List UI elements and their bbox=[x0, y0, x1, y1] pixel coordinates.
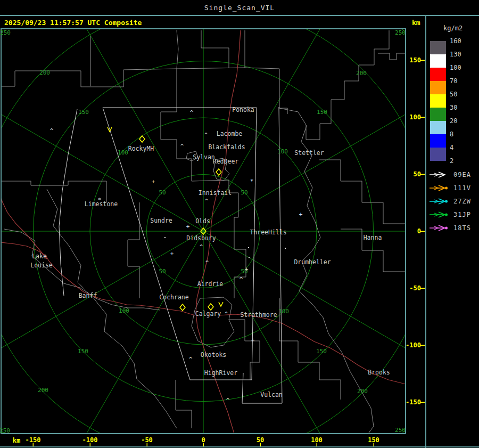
ring-distance-label: 200 bbox=[356, 70, 367, 76]
site-arrow-tip bbox=[445, 227, 448, 230]
town-caret-marker: ^ bbox=[189, 356, 193, 362]
right-axis-tick-label: -50 bbox=[409, 285, 421, 291]
county-boundary bbox=[161, 69, 192, 181]
town-caret-marker: ^ bbox=[200, 244, 203, 250]
right-axis-tick-label: -100 bbox=[406, 342, 421, 348]
town-label: Blackfalds bbox=[208, 144, 245, 151]
county-boundary bbox=[201, 30, 229, 68]
town-label: RockyMH bbox=[128, 146, 154, 152]
radial-line bbox=[44, 231, 203, 448]
legend-units-label: kg/m2 bbox=[443, 25, 463, 32]
radar-site-id-label: 09EA bbox=[453, 171, 471, 178]
radar-map-canvas bbox=[0, 0, 479, 448]
highway-line bbox=[1, 197, 47, 259]
town-label: Brooks bbox=[368, 370, 390, 376]
ring-distance-label: 100 bbox=[119, 308, 129, 314]
town-label: Lake bbox=[32, 254, 47, 260]
ring-distance-label: 250 bbox=[0, 30, 11, 36]
ring-distance-label: 100 bbox=[118, 150, 128, 156]
ring-distance-label: 250 bbox=[395, 427, 406, 433]
right-axis-tick-label: 150 bbox=[409, 57, 421, 63]
vil-scale-color-block bbox=[430, 68, 446, 81]
town-label: Drumheller bbox=[294, 259, 331, 266]
town-label: Okotoks bbox=[201, 352, 226, 359]
county-boundary bbox=[1, 30, 178, 87]
county-boundary bbox=[319, 160, 406, 224]
town-label: Calgary bbox=[195, 311, 221, 317]
town-dot-marker bbox=[285, 248, 286, 249]
radar-site-id-label: 31JP bbox=[453, 211, 471, 218]
town-plus-marker: + bbox=[251, 337, 255, 343]
ring-distance-label: 150 bbox=[78, 109, 89, 115]
town-plus-marker: + bbox=[245, 266, 249, 272]
vil-scale-color-block bbox=[430, 134, 446, 148]
vil-scale-value-label: 20 bbox=[450, 117, 457, 125]
site-arrow-tip bbox=[445, 214, 448, 216]
vil-scale-value-label: 70 bbox=[450, 77, 457, 85]
range-ring bbox=[0, 0, 479, 448]
ring-distance-label: 50 bbox=[241, 190, 247, 196]
radar-site-diamond-icon bbox=[201, 228, 206, 234]
vil-scale-value-label: 100 bbox=[450, 64, 461, 71]
town-caret-marker: ^ bbox=[190, 110, 194, 116]
town-dot-marker bbox=[248, 247, 249, 248]
town-dot-marker bbox=[164, 237, 166, 238]
town-label: Sundre bbox=[150, 218, 172, 224]
town-plus-marker: + bbox=[170, 251, 174, 257]
town-label: ThreeHills bbox=[250, 230, 286, 236]
radar-site-diamond-icon bbox=[216, 169, 221, 175]
radar-site-diamond-icon bbox=[208, 304, 213, 310]
ring-distance-label: 250 bbox=[395, 30, 406, 36]
vil-scale-value-label: 160 bbox=[450, 37, 461, 45]
radar-site-id-label: 111V bbox=[453, 184, 471, 192]
town-dot-marker bbox=[249, 257, 250, 258]
bottom-axis-tick-label: 100 bbox=[311, 437, 323, 443]
vil-scale-value-label: 4 bbox=[450, 144, 453, 151]
site-arrow-tip bbox=[445, 200, 448, 203]
town-label: Innisfail bbox=[199, 190, 232, 197]
vil-scale-value-label: 130 bbox=[450, 51, 461, 58]
right-axis-tick-label: -150 bbox=[406, 399, 421, 405]
town-label: Ponoka bbox=[232, 107, 254, 113]
town-label: Louise bbox=[30, 263, 53, 269]
town-caret-marker: ^ bbox=[180, 143, 184, 149]
bottom-axis-tick-label: -150 bbox=[26, 437, 41, 443]
bottom-axis-tick-label: 50 bbox=[257, 437, 264, 443]
ring-distance-label: 150 bbox=[78, 348, 88, 354]
right-axis-tick-label: 100 bbox=[409, 114, 421, 120]
radar-site-diamond-icon bbox=[180, 304, 185, 311]
site-arrow-tip bbox=[445, 187, 448, 190]
county-boundary bbox=[47, 189, 177, 428]
ring-distance-label: 150 bbox=[317, 109, 327, 115]
vil-scale-color-block bbox=[430, 148, 446, 161]
right-axis-tick-label: 50 bbox=[414, 171, 421, 177]
vil-scale-color-block bbox=[430, 108, 446, 121]
town-label: Banff bbox=[79, 293, 97, 299]
town-star-marker: * bbox=[250, 178, 254, 184]
town-caret-marker: ^ bbox=[205, 260, 209, 266]
town-label: Stettler bbox=[294, 150, 324, 157]
town-label: Hanna bbox=[364, 235, 382, 241]
vil-scale-color-block bbox=[430, 54, 446, 68]
vil-scale-color-block bbox=[430, 94, 446, 108]
town-caret-marker: ^ bbox=[50, 128, 54, 134]
county-boundary bbox=[378, 53, 406, 60]
ring-distance-label: 150 bbox=[316, 348, 327, 354]
ring-distance-label: 100 bbox=[277, 149, 288, 154]
radar-site-id-label: 27ZW bbox=[453, 198, 471, 205]
county-boundary bbox=[192, 297, 234, 347]
vil-scale-value-label: 2 bbox=[450, 157, 453, 165]
county-boundary bbox=[1, 181, 106, 202]
town-label: Olds bbox=[195, 218, 210, 225]
map-layers bbox=[0, 0, 479, 448]
right-axis-tick-label: 0 bbox=[417, 228, 421, 234]
town-caret-marker: ^ bbox=[226, 397, 230, 403]
town-label: Airdrie bbox=[197, 281, 223, 288]
radar-app-window: Single_Scan_VIL 2025/09/23 11:57:57 UTC … bbox=[0, 0, 479, 448]
vil-scale-value-label: 30 bbox=[450, 104, 457, 111]
town-label: HighRiver bbox=[204, 370, 237, 377]
bottom-axis-tick-label: 0 bbox=[201, 437, 205, 443]
town-star-marker: * bbox=[98, 197, 102, 203]
ring-distance-label: 50 bbox=[159, 268, 166, 274]
vil-scale-value-label: 50 bbox=[450, 91, 457, 98]
